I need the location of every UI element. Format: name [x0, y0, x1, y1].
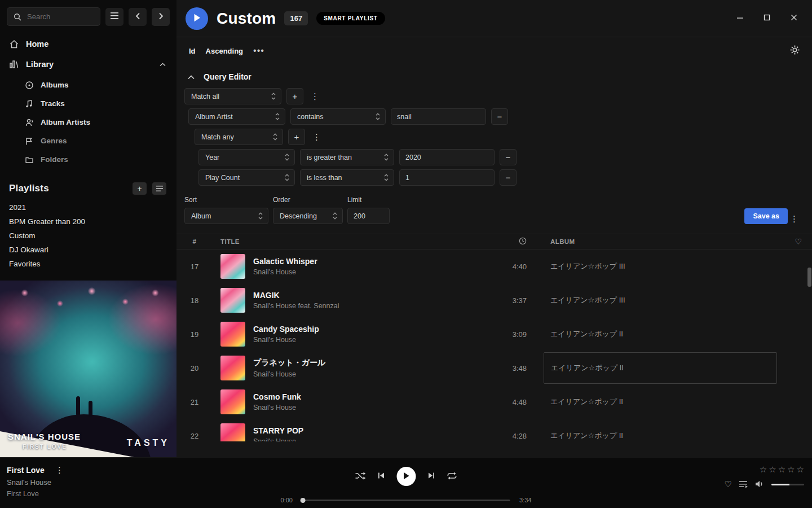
chevron-right-icon	[158, 12, 164, 21]
rule-field-select[interactable]: Album Artist	[188, 108, 285, 125]
sidebar-item-albums[interactable]: Albums	[0, 76, 176, 94]
column-header-index[interactable]: #	[176, 238, 213, 245]
star-icon[interactable]: ☆	[787, 465, 795, 474]
playlist-item[interactable]: Favorites	[9, 257, 167, 271]
seek-handle[interactable]	[301, 498, 306, 503]
next-button[interactable]	[428, 472, 435, 481]
table-row[interactable]: 19 Candy Spaceship Snail's House 3:09 エイ…	[176, 317, 812, 351]
match-any-select[interactable]: Match any	[195, 129, 283, 145]
star-icon[interactable]: ☆	[760, 465, 767, 474]
save-as-button[interactable]: Save as	[744, 208, 788, 224]
playlist-item[interactable]: 2021	[9, 200, 167, 214]
favorite-button[interactable]: ♡	[725, 479, 732, 489]
rule-value-input[interactable]	[399, 149, 495, 165]
playlist-item[interactable]: BPM Greater than 200	[9, 214, 167, 229]
add-playlist-button[interactable]: +	[133, 182, 147, 195]
rule-field-select[interactable]: Year	[198, 149, 295, 165]
volume-slider[interactable]	[771, 484, 804, 485]
sidebar-item-tracks[interactable]: Tracks	[0, 94, 176, 113]
now-playing-artwork[interactable]: SNAIL'S HOUSE FIRST LOVE TASTY	[0, 281, 176, 457]
star-icon[interactable]: ☆	[778, 465, 785, 474]
rule-field-select[interactable]: Play Count	[198, 169, 295, 186]
sidebar-item-genres[interactable]: Genres	[0, 132, 176, 150]
column-header-album[interactable]: ALBUM	[537, 238, 785, 245]
sort-direction-button[interactable]: Ascending	[206, 47, 243, 55]
more-options-button[interactable]: •••	[253, 46, 264, 56]
previous-button[interactable]	[378, 472, 385, 481]
limit-input[interactable]	[347, 208, 390, 224]
maximize-button[interactable]	[762, 14, 771, 23]
nav-back-button[interactable]	[129, 8, 147, 26]
settings-button[interactable]	[790, 45, 800, 56]
window-controls	[735, 14, 803, 23]
playlists-header: Playlists +	[0, 182, 176, 195]
volume-button[interactable]	[755, 480, 764, 489]
seek-bar[interactable]	[302, 500, 510, 501]
column-header-favorite[interactable]: ♡	[785, 237, 812, 246]
search-input[interactable]	[26, 12, 95, 21]
sidebar-item-folders[interactable]: Folders	[0, 150, 176, 169]
play-pause-button[interactable]	[397, 467, 416, 486]
order-select[interactable]: Descending	[273, 208, 343, 224]
column-header-duration[interactable]	[486, 237, 537, 246]
group-menu-button[interactable]: ⋮	[310, 132, 323, 142]
sidebar-item-album-artists[interactable]: Album Artists	[0, 113, 176, 132]
table-row[interactable]: 17 Galactic Whisper Snail's House 4:40 エ…	[176, 249, 812, 283]
star-icon[interactable]: ☆	[797, 465, 804, 474]
playlist-list-button[interactable]	[152, 182, 166, 195]
column-header-title[interactable]: TITLE	[213, 238, 486, 245]
track-album-focused-cell[interactable]: エイリアン☆ポップ II	[544, 352, 777, 384]
table-row[interactable]: 22 STARRY POP Snail's House 4:28 エイリアン☆ポ…	[176, 419, 812, 441]
playlist-item[interactable]: DJ Okawari	[9, 243, 167, 257]
track-title: Cosmo Funk	[253, 392, 301, 401]
chevron-up-icon[interactable]	[158, 63, 167, 67]
playlist-item[interactable]: Custom	[9, 229, 167, 243]
track-duration: 3:37	[486, 296, 537, 305]
table-row[interactable]: 18 MAGIK Snail's House feat. Sennzai 3:3…	[176, 283, 812, 317]
shuffle-button[interactable]	[355, 472, 366, 481]
match-all-select[interactable]: Match all	[184, 88, 281, 104]
repeat-button[interactable]	[447, 472, 457, 481]
track-artist: Snail's House	[253, 268, 317, 276]
rule-value-input[interactable]	[399, 169, 495, 186]
track-album: エイリアン☆ポップ II	[537, 397, 785, 407]
updown-caret-icon	[384, 174, 389, 181]
remove-rule-button[interactable]: −	[491, 108, 508, 125]
music-note-icon	[25, 100, 33, 108]
table-row[interactable]: 20 プラネット・ガール Snail's House 3:48 エイリアン☆ポッ…	[176, 351, 812, 385]
query-editor: Query Editor Match all + ⋮ Album Artist …	[176, 64, 812, 224]
sidebar-item-home[interactable]: Home	[0, 34, 176, 54]
sidebar-item-library[interactable]: Library	[0, 54, 176, 75]
queue-button[interactable]	[739, 480, 748, 489]
play-playlist-button[interactable]	[186, 7, 208, 30]
minimize-button[interactable]	[735, 14, 744, 23]
add-group-rule-button[interactable]: +	[288, 129, 305, 145]
table-row[interactable]: 21 Cosmo Funk Snail's House 4:48 エイリアン☆ポ…	[176, 385, 812, 419]
save-menu-button[interactable]: ⋮	[788, 214, 801, 224]
scrollbar-thumb[interactable]	[807, 268, 811, 287]
now-playing-menu-button[interactable]: ⋮	[53, 465, 66, 475]
menu-button[interactable]	[105, 8, 123, 26]
rule-operator-select[interactable]: is less than	[300, 169, 394, 186]
collapse-query-editor-button[interactable]	[188, 73, 195, 81]
kebab-icon: ⋮	[790, 214, 798, 224]
sort-field-button[interactable]: Id	[189, 47, 196, 55]
sidebar-item-label: Library	[26, 60, 151, 69]
close-button[interactable]	[789, 14, 798, 23]
playlists-title: Playlists	[9, 183, 49, 194]
rule-group-menu-button[interactable]: ⋮	[308, 91, 321, 102]
star-icon[interactable]: ☆	[769, 465, 776, 474]
track-album: エイリアン☆ポップ II	[537, 431, 785, 441]
playlists-list: 2021 BPM Greater than 200 Custom DJ Okaw…	[0, 200, 176, 271]
add-rule-button[interactable]: +	[286, 88, 303, 104]
rule-value-input[interactable]	[391, 108, 486, 125]
track-duration: 3:48	[486, 364, 537, 373]
rule-operator-select[interactable]: contains	[290, 108, 386, 125]
sort-select[interactable]: Album	[184, 208, 268, 224]
rule-operator-select[interactable]: is greater than	[300, 149, 394, 165]
search-box[interactable]	[7, 7, 100, 26]
nav-forward-button[interactable]	[152, 8, 170, 26]
remove-rule-button[interactable]: −	[500, 149, 517, 165]
maximize-icon	[764, 14, 770, 23]
remove-rule-button[interactable]: −	[500, 169, 517, 186]
